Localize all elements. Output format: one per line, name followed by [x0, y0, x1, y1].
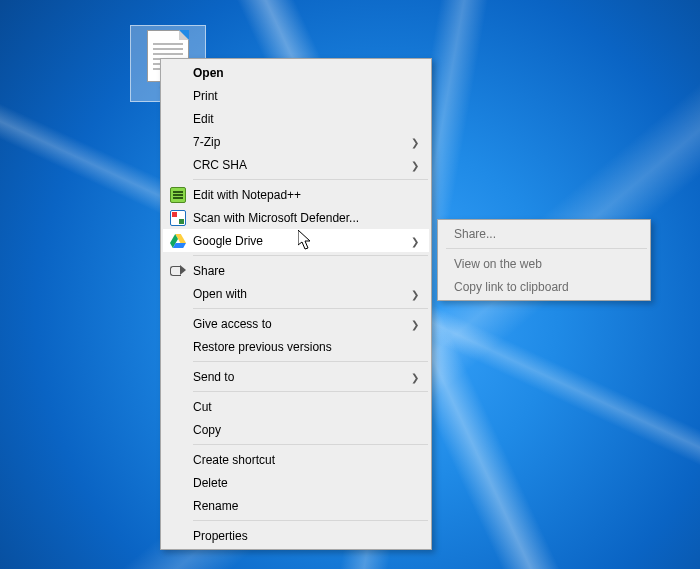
menu-copy[interactable]: Copy	[163, 418, 429, 441]
menu-separator	[193, 308, 428, 309]
menu-restore[interactable]: Restore previous versions	[163, 335, 429, 358]
submenu-copy-link[interactable]: Copy link to clipboard	[440, 275, 648, 298]
menu-open[interactable]: Open	[163, 61, 429, 84]
menu-separator	[193, 361, 428, 362]
menu-open-with[interactable]: Open with❯	[163, 282, 429, 305]
menu-separator	[193, 444, 428, 445]
menu-separator	[193, 179, 428, 180]
menu-print[interactable]: Print	[163, 84, 429, 107]
chevron-right-icon: ❯	[411, 371, 419, 382]
chevron-right-icon: ❯	[411, 136, 419, 147]
chevron-right-icon: ❯	[411, 288, 419, 299]
menu-separator	[193, 391, 428, 392]
menu-notepadpp[interactable]: Edit with Notepad++	[163, 183, 429, 206]
defender-shield-icon	[170, 210, 186, 226]
menu-give-access[interactable]: Give access to❯	[163, 312, 429, 335]
menu-separator	[193, 255, 428, 256]
menu-cut[interactable]: Cut	[163, 395, 429, 418]
menu-create-shortcut[interactable]: Create shortcut	[163, 448, 429, 471]
menu-defender[interactable]: Scan with Microsoft Defender...	[163, 206, 429, 229]
menu-7zip[interactable]: 7-Zip❯	[163, 130, 429, 153]
menu-edit[interactable]: Edit	[163, 107, 429, 130]
chevron-right-icon: ❯	[411, 235, 419, 246]
menu-rename[interactable]: Rename	[163, 494, 429, 517]
menu-separator	[446, 248, 647, 249]
menu-share[interactable]: Share	[163, 259, 429, 282]
google-drive-icon	[170, 233, 186, 249]
chevron-right-icon: ❯	[411, 318, 419, 329]
submenu-share[interactable]: Share...	[440, 222, 648, 245]
chevron-right-icon: ❯	[411, 159, 419, 170]
menu-crc-sha[interactable]: CRC SHA❯	[163, 153, 429, 176]
context-menu: Open Print Edit 7-Zip❯ CRC SHA❯ Edit wit…	[160, 58, 432, 550]
menu-delete[interactable]: Delete	[163, 471, 429, 494]
notepadpp-icon	[170, 187, 186, 203]
share-icon	[170, 263, 186, 279]
menu-separator	[193, 520, 428, 521]
google-drive-submenu: Share... View on the web Copy link to cl…	[437, 219, 651, 301]
menu-google-drive[interactable]: Google Drive ❯	[163, 229, 429, 252]
submenu-view-web[interactable]: View on the web	[440, 252, 648, 275]
menu-send-to[interactable]: Send to❯	[163, 365, 429, 388]
menu-properties[interactable]: Properties	[163, 524, 429, 547]
